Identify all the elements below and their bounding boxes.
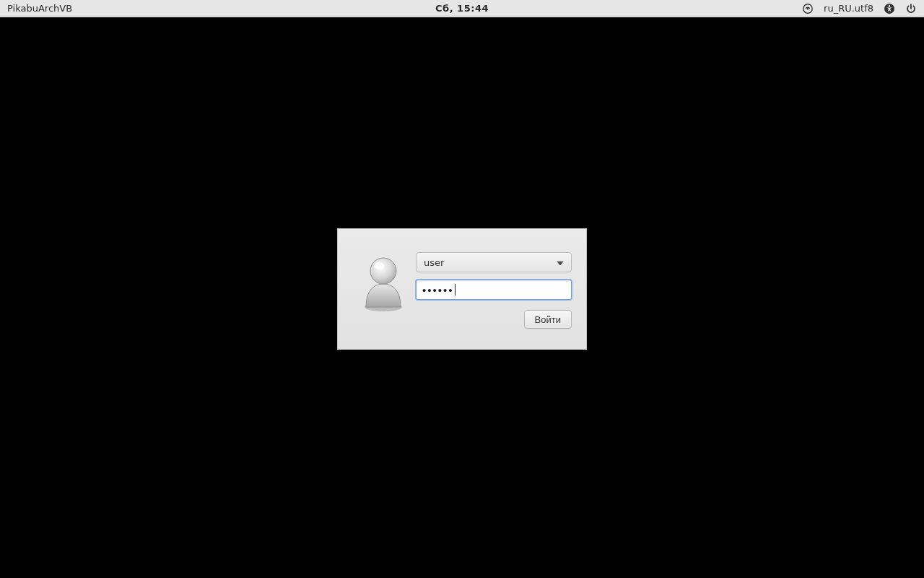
user-select[interactable]: user: [416, 252, 572, 272]
user-select-value: user: [424, 257, 444, 268]
user-avatar-icon: [359, 254, 408, 315]
svg-point-5: [370, 258, 396, 284]
login-button[interactable]: Войти: [524, 310, 572, 329]
top-panel-right: ru_RU.utf8: [802, 3, 924, 14]
svg-point-1: [807, 7, 809, 9]
button-row: Войти: [416, 310, 572, 329]
power-icon[interactable]: [905, 3, 917, 14]
login-panel: user •••••• Войти: [337, 228, 587, 350]
clock: Сб, 15:44: [435, 3, 489, 14]
svg-point-6: [374, 262, 384, 269]
top-panel: PikabuArchVB Сб, 15:44 ru_RU.utf8: [0, 0, 924, 17]
accessibility-icon[interactable]: [884, 3, 895, 14]
password-value: ••••••: [422, 284, 454, 296]
login-form: user •••••• Войти: [416, 242, 572, 336]
svg-point-3: [889, 5, 891, 7]
text-cursor: [455, 284, 456, 296]
avatar-area: [351, 242, 416, 336]
session-indicator-icon[interactable]: [802, 3, 814, 14]
locale-indicator[interactable]: ru_RU.utf8: [824, 3, 873, 14]
password-input[interactable]: ••••••: [416, 280, 572, 300]
chevron-down-icon: [557, 257, 564, 268]
hostname-label: PikabuArchVB: [0, 3, 72, 14]
